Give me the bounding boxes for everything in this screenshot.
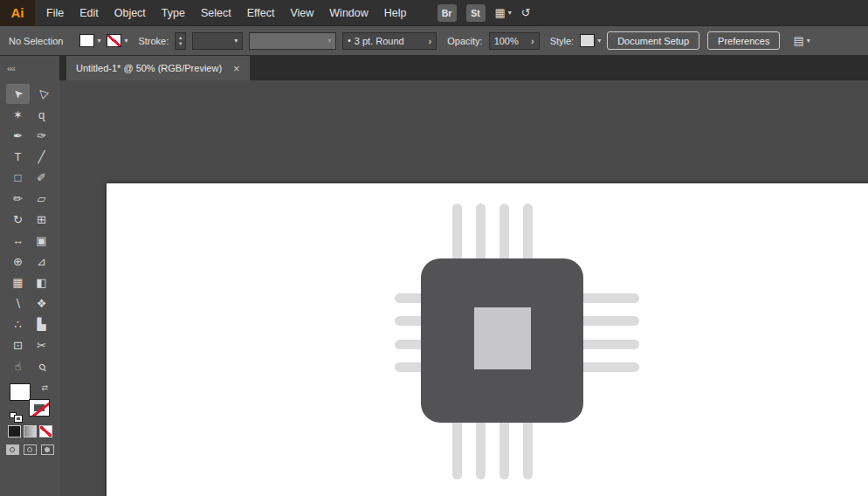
fill-color-dropdown[interactable]: ▾ <box>79 34 100 47</box>
menu-file[interactable]: File <box>38 7 72 19</box>
draw-normal-button[interactable] <box>6 444 19 455</box>
zoom-tool-icon: ϙ <box>35 359 48 373</box>
line-segment-tool[interactable]: ╱ <box>30 147 53 167</box>
mesh-tool-icon: ▦ <box>12 276 23 289</box>
gpu-performance-icon[interactable]: ↺ <box>521 6 531 19</box>
default-fill-stroke-button[interactable] <box>10 412 22 422</box>
tab-bar: «« Untitled-1* @ 50% (RGB/Preview) × <box>0 56 868 80</box>
draw-inside-button[interactable] <box>41 444 54 455</box>
artboard-tool[interactable]: ⊡ <box>6 335 30 355</box>
chip-pin-right-2 <box>575 316 639 326</box>
pen-tool[interactable]: ✒ <box>6 126 30 146</box>
rectangle-tool[interactable]: □ <box>6 168 30 188</box>
stroke-color-swatch[interactable] <box>29 399 50 417</box>
symbol-sprayer-tool[interactable]: ∴ <box>6 314 30 334</box>
stroke-color-dropdown[interactable]: ▾ <box>107 34 127 47</box>
menu-items: FileEditObjectTypeSelectEffectViewWindow… <box>38 7 415 19</box>
chevron-down-icon: ▾ <box>124 37 127 45</box>
fill-color-swatch[interactable] <box>10 383 31 401</box>
opacity-label: Opacity: <box>447 36 482 46</box>
gradient-tool[interactable]: ◧ <box>30 272 53 293</box>
direct-selection-tool-icon: ▷ <box>34 86 50 102</box>
control-bar: No Selection ▾ ▾ Stroke: ▲ ▼ ▾ ▾ • 3 pt.… <box>0 26 868 56</box>
draw-mode-row <box>0 444 59 455</box>
rectangle-tool-icon: □ <box>15 171 22 184</box>
preferences-button[interactable]: Preferences <box>707 31 780 50</box>
eyedropper-tool[interactable]: ∖ <box>6 293 30 313</box>
scale-tool-icon: ⊞ <box>37 213 46 226</box>
curvature-tool[interactable]: ✑ <box>30 126 53 146</box>
eraser-tool[interactable]: ▱ <box>30 189 53 209</box>
width-profile-dropdown[interactable]: ▾ <box>249 32 336 50</box>
rotate-tool[interactable]: ↻ <box>6 210 30 230</box>
fill-swatch <box>79 34 94 47</box>
menu-object[interactable]: Object <box>107 7 154 19</box>
hand-tool[interactable]: ☝ <box>6 356 30 376</box>
menu-window[interactable]: Window <box>321 7 375 19</box>
line-segment-tool-icon: ╱ <box>38 150 45 163</box>
zoom-tool[interactable]: ϙ <box>30 356 53 376</box>
document-setup-button[interactable]: Document Setup <box>607 31 699 50</box>
mesh-tool[interactable]: ▦ <box>6 272 30 293</box>
artboard[interactable] <box>107 183 868 496</box>
column-graph-tool[interactable]: ▙ <box>30 314 53 334</box>
none-mode-button[interactable] <box>39 425 52 437</box>
fill-stroke-widget: ⇄ <box>10 383 50 422</box>
chip-pin-bottom-4 <box>523 417 533 479</box>
canvas[interactable] <box>59 80 868 496</box>
brush-definition-dropdown[interactable]: • 3 pt. Round › <box>342 32 437 50</box>
swap-fill-stroke-button[interactable]: ⇄ <box>41 383 48 392</box>
pencil-tool-icon: ✏ <box>13 192 23 205</box>
stock-button[interactable]: St <box>466 4 486 22</box>
scale-tool[interactable]: ⊞ <box>30 210 53 230</box>
chip-pin-top-2 <box>476 203 486 266</box>
menu-effect[interactable]: Effect <box>239 7 283 19</box>
menu-edit[interactable]: Edit <box>72 7 107 19</box>
free-transform-tool-icon: ▣ <box>36 234 46 247</box>
draw-behind-button[interactable] <box>24 444 37 455</box>
arrange-documents-button[interactable]: ▦ ▾ <box>495 6 512 19</box>
stroke-weight-stepper[interactable]: ▲ ▼ <box>175 32 186 50</box>
menu-view[interactable]: View <box>282 7 321 19</box>
panel-menu-button[interactable]: ▤ ▾ <box>793 34 809 47</box>
paintbrush-tool[interactable]: ✐ <box>30 168 53 188</box>
type-tool[interactable]: T <box>6 147 30 167</box>
bridge-button[interactable]: Br <box>437 4 457 22</box>
stroke-weight-dropdown[interactable]: ▾ <box>192 32 243 50</box>
width-tool[interactable]: ↔ <box>6 231 30 251</box>
gradient-mode-button[interactable] <box>24 425 37 437</box>
panel-menu-icon: ▤ <box>793 34 803 47</box>
menu-type[interactable]: Type <box>154 7 193 19</box>
style-dropdown[interactable]: ▾ <box>580 34 601 47</box>
free-transform-tool[interactable]: ▣ <box>30 231 53 251</box>
slice-tool[interactable]: ✂ <box>30 335 53 355</box>
shape-builder-tool[interactable]: ⊕ <box>6 251 30 272</box>
color-mode-button[interactable] <box>8 425 21 437</box>
blend-tool[interactable]: ❖ <box>30 293 53 313</box>
chip-pin-top-3 <box>499 203 509 266</box>
column-graph-tool-icon: ▙ <box>38 318 46 331</box>
type-tool-icon: T <box>15 150 22 163</box>
lasso-tool[interactable]: ɋ <box>30 105 53 125</box>
magic-wand-tool[interactable]: ✶ <box>6 105 30 125</box>
stepper-up-icon[interactable]: ▲ <box>178 35 183 41</box>
close-tab-button[interactable]: × <box>233 62 240 75</box>
perspective-grid-tool[interactable]: ⊿ <box>30 251 53 272</box>
direct-selection-tool[interactable]: ▷ <box>30 84 53 104</box>
chip-core <box>474 307 531 369</box>
microchip-artwork[interactable] <box>107 183 868 496</box>
draw-normal-icon <box>10 447 15 452</box>
lasso-tool-icon: ɋ <box>38 108 45 121</box>
menu-select[interactable]: Select <box>193 7 239 19</box>
menubar-right: Br St ▦ ▾ ↺ <box>437 4 531 22</box>
opacity-value: 100% <box>494 36 519 46</box>
stepper-down-icon[interactable]: ▼ <box>178 41 183 47</box>
collapse-panels-button[interactable]: «« <box>7 64 15 73</box>
pencil-tool[interactable]: ✏ <box>6 189 30 209</box>
chevron-down-icon: ▾ <box>234 37 238 45</box>
document-tab[interactable]: Untitled-1* @ 50% (RGB/Preview) × <box>66 56 250 80</box>
selection-tool[interactable]: ➤ <box>6 84 30 104</box>
blend-tool-icon: ❖ <box>37 297 47 310</box>
opacity-dropdown[interactable]: 100% › <box>489 32 540 50</box>
menu-help[interactable]: Help <box>376 7 415 19</box>
